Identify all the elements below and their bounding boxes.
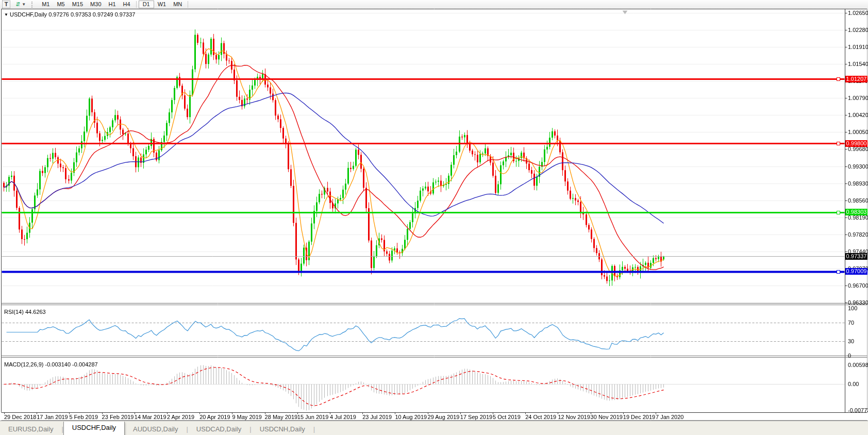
date-axis-label: 29 Dec 2018 xyxy=(4,414,36,420)
chart-region: ▼ USDCHF,Daily 0.97276 0.97353 0.97249 0… xyxy=(0,9,868,421)
ohlc-high: 0.97353 xyxy=(71,11,91,18)
date-axis-label: 23 Feb 2019 xyxy=(102,414,134,420)
date-axis-label: 15 Jun 2019 xyxy=(297,414,329,420)
price-axis-tick: 1.00420 xyxy=(848,112,868,118)
price-tag-hline: 0.98303 xyxy=(845,209,867,215)
tab-usdcnh-daily[interactable]: USDCNH,Daily xyxy=(252,423,313,435)
price-axis-tick: 1.00790 xyxy=(848,95,868,101)
collapse-triangle-icon: ▼ xyxy=(4,12,8,17)
ohlc-close: 0.97337 xyxy=(115,11,136,18)
date-axis-label: 5 Feb 2019 xyxy=(69,414,98,420)
rsi-axis-tick: 70 xyxy=(848,320,854,326)
rsi-axis-tick: 0 xyxy=(848,353,851,359)
price-axis-tick: 1.02280 xyxy=(848,27,868,33)
date-axis-label: 5 Oct 2019 xyxy=(493,414,521,420)
macd-axis-tick: 0.00 xyxy=(848,381,859,387)
price-tag-hline: 1.01207 xyxy=(845,76,867,82)
rsi-indicator-label: RSI(14) 44.6263 xyxy=(4,309,46,315)
chart-symbol: USDCHF,Daily xyxy=(10,11,47,18)
macd-indicator-label: MACD(12,26,9) -0.003140 -0.004287 xyxy=(4,361,98,367)
date-axis-label: 29 Aug 2019 xyxy=(428,414,460,420)
macd-axis-tick: -0.007737 xyxy=(848,407,868,413)
chart-title: ▼ USDCHF,Daily 0.97276 0.97353 0.97249 0… xyxy=(4,11,135,18)
macd-main-value: -0.003140 xyxy=(45,361,71,367)
price-chart-canvas[interactable] xyxy=(0,9,868,421)
date-axis-label: 24 Oct 2019 xyxy=(525,414,556,420)
price-axis-tick: 0.98930 xyxy=(848,180,868,187)
date-axis-label: 12 Nov 2019 xyxy=(558,414,590,420)
toolbar-separator xyxy=(188,1,188,8)
chart-toolbar: T ⇵ ▼ M1 M5 M15 M30 H1 H4 D1 W1 MN xyxy=(0,0,868,9)
date-axis-label: 2 Apr 2019 xyxy=(167,414,194,420)
timeframe-m1[interactable]: M1 xyxy=(38,1,53,8)
ohlc-low: 0.97249 xyxy=(93,11,113,18)
tab-eurusd-daily[interactable]: EURUSD,Daily xyxy=(0,423,61,435)
price-tag-current: 0.97337 xyxy=(845,253,867,260)
rsi-axis-tick: 30 xyxy=(848,338,854,344)
date-axis-label: 28 May 2019 xyxy=(265,414,298,420)
tab-separator: | xyxy=(313,423,315,435)
timeframe-h1[interactable]: H1 xyxy=(105,1,120,8)
timeframe-w1[interactable]: W1 xyxy=(154,1,170,8)
price-axis-tick: 0.96700 xyxy=(848,282,868,289)
tab-usdchf-daily[interactable]: USDCHF,Daily xyxy=(63,422,125,435)
date-axis-label: 30 Nov 2019 xyxy=(591,414,623,420)
timeframe-mn[interactable]: MN xyxy=(170,1,186,8)
rsi-axis-tick: 100 xyxy=(848,305,857,311)
price-axis-tick: 1.01910 xyxy=(848,44,868,50)
price-axis-tick: 0.99300 xyxy=(848,163,868,170)
timeframe-m30[interactable]: M30 xyxy=(87,1,105,8)
date-axis-label: 14 Mar 2019 xyxy=(135,414,166,420)
terminal-window: T ⇵ ▼ M1 M5 M15 M30 H1 H4 D1 W1 MN ▼ USD… xyxy=(0,0,868,435)
timeframe-m5[interactable]: M5 xyxy=(53,1,68,8)
toolbar-grip xyxy=(31,2,36,8)
ohlc-open: 0.97276 xyxy=(48,11,69,18)
timeframe-m15[interactable]: M15 xyxy=(69,1,87,8)
date-axis-label: 10 Aug 2019 xyxy=(395,414,427,420)
price-tag-hline: 0.99800 xyxy=(845,140,867,147)
timeframe-d1[interactable]: D1 xyxy=(139,1,154,8)
date-axis-label: 20 Apr 2019 xyxy=(199,414,230,420)
chevron-down-icon: ▼ xyxy=(22,2,26,7)
macd-axis-tick: 0.005986 xyxy=(848,362,868,368)
date-axis-label: 23 Jul 2019 xyxy=(362,414,392,420)
date-axis-label: 9 May 2019 xyxy=(232,414,261,420)
price-tag-hline: 0.97009 xyxy=(845,268,867,275)
date-axis-label: 19 Dec 2019 xyxy=(623,414,655,420)
price-axis-tick: 1.01540 xyxy=(848,61,868,67)
date-axis-label: 7 Jan 2020 xyxy=(656,414,683,420)
chart-tab-bar: EURUSD,Daily | USDCHF,Daily AUDUSD,Daily… xyxy=(0,421,868,435)
price-axis-tick: 0.97820 xyxy=(848,231,868,238)
price-axis-tick: 1.02650 xyxy=(848,10,868,16)
styles-dropdown-button[interactable]: ⇵ ▼ xyxy=(13,1,28,8)
rsi-value: 44.6263 xyxy=(25,309,46,315)
styler-icon: ⇵ xyxy=(15,1,20,8)
timeframe-h4[interactable]: H4 xyxy=(120,1,134,8)
date-axis-label: 17 Jan 2019 xyxy=(37,414,68,420)
toolbar-separator xyxy=(136,1,137,8)
rsi-name: RSI(14) xyxy=(4,309,24,315)
date-axis-label: 4 Jul 2019 xyxy=(330,414,356,420)
price-axis-tick: 0.98560 xyxy=(848,197,868,204)
date-axis-label: 17 Sep 2019 xyxy=(460,414,492,420)
macd-signal-value: -0.004287 xyxy=(72,361,98,367)
text-tool-button[interactable]: T xyxy=(2,1,10,8)
price-axis-tick: 1.00050 xyxy=(848,129,868,135)
macd-name: MACD(12,26,9) xyxy=(4,361,43,367)
tab-audusd-daily[interactable]: AUDUSD,Daily xyxy=(125,423,186,435)
tab-usdcad-daily[interactable]: USDCAD,Daily xyxy=(188,423,249,435)
